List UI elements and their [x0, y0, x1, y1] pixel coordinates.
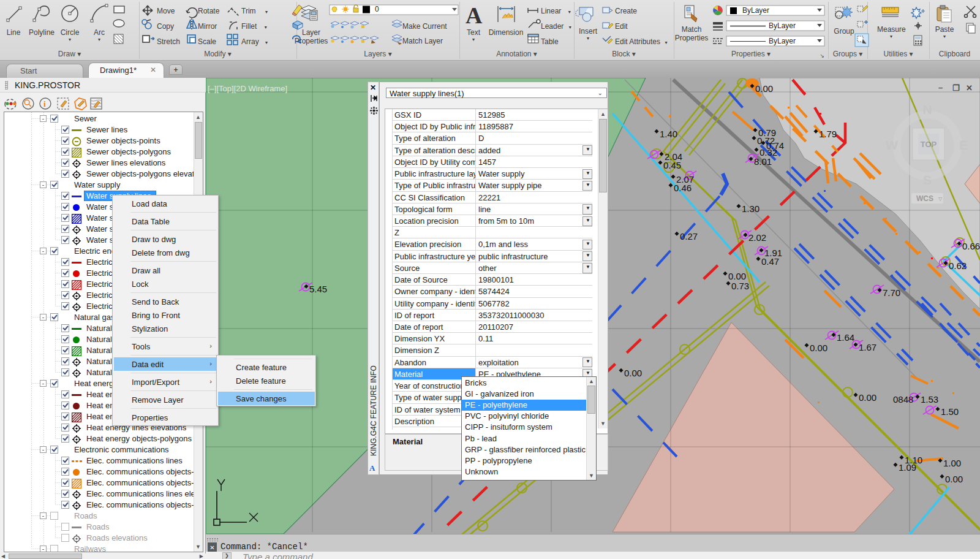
- svg-text:1.64: 1.64: [837, 332, 854, 343]
- svg-text:❐: ❐: [952, 83, 960, 93]
- svg-text:1.67: 1.67: [859, 342, 876, 352]
- svg-text:1.79: 1.79: [819, 129, 837, 139]
- svg-text:0.73: 0.73: [731, 281, 749, 291]
- svg-text:WCS: WCS: [916, 194, 933, 203]
- svg-text:W: W: [886, 138, 898, 152]
- svg-text:1.00: 1.00: [943, 458, 961, 468]
- svg-text:0.66: 0.66: [962, 241, 980, 251]
- svg-text:S: S: [923, 173, 932, 187]
- svg-text:1.53: 1.53: [921, 394, 938, 405]
- svg-text:1.50: 1.50: [941, 406, 959, 417]
- svg-text:–: –: [938, 83, 943, 92]
- svg-text:0.27: 0.27: [680, 231, 698, 241]
- svg-text:1.09: 1.09: [899, 462, 916, 473]
- svg-text:0.47: 0.47: [761, 256, 779, 267]
- svg-text:TOP: TOP: [921, 140, 937, 149]
- svg-text:▽: ▽: [938, 196, 943, 202]
- svg-text:N: N: [922, 102, 932, 116]
- svg-text:0.00: 0.00: [728, 271, 746, 281]
- svg-text:0.00: 0.00: [810, 343, 827, 353]
- svg-text:✕: ✕: [966, 83, 973, 93]
- svg-text:0.62: 0.62: [949, 260, 967, 271]
- svg-text:0.45: 0.45: [663, 160, 681, 170]
- svg-text:[–][Top][2D Wireframe]: [–][Top][2D Wireframe]: [208, 84, 287, 93]
- svg-text:i: i: [43, 99, 46, 108]
- svg-text:8.01: 8.01: [754, 156, 772, 167]
- svg-text:5.45: 5.45: [309, 284, 327, 294]
- svg-text:0848: 0848: [893, 394, 913, 405]
- svg-text:0.00: 0.00: [755, 83, 773, 94]
- svg-text:E: E: [959, 138, 968, 152]
- svg-text:7.70: 7.70: [883, 287, 900, 298]
- svg-text:0.00: 0.00: [945, 474, 963, 484]
- svg-text:0.46: 0.46: [674, 183, 692, 193]
- svg-text:0.00: 0.00: [624, 368, 642, 378]
- svg-text:1.30: 1.30: [742, 203, 760, 214]
- svg-text:0.00: 0.00: [859, 392, 876, 403]
- svg-text:1.40: 1.40: [660, 129, 677, 139]
- svg-text:2.02: 2.02: [748, 232, 766, 243]
